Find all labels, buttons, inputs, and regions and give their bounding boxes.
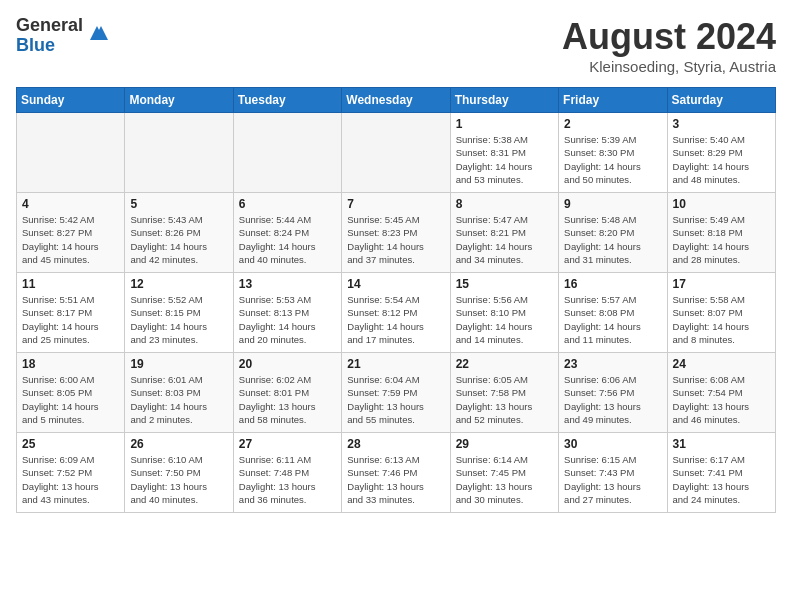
- day-info: Sunrise: 6:15 AM Sunset: 7:43 PM Dayligh…: [564, 453, 661, 506]
- day-info: Sunrise: 6:04 AM Sunset: 7:59 PM Dayligh…: [347, 373, 444, 426]
- day-number: 23: [564, 357, 661, 371]
- calendar-cell: 29Sunrise: 6:14 AM Sunset: 7:45 PM Dayli…: [450, 433, 558, 513]
- day-info: Sunrise: 6:01 AM Sunset: 8:03 PM Dayligh…: [130, 373, 227, 426]
- day-info: Sunrise: 5:57 AM Sunset: 8:08 PM Dayligh…: [564, 293, 661, 346]
- calendar-cell: [125, 113, 233, 193]
- day-info: Sunrise: 5:53 AM Sunset: 8:13 PM Dayligh…: [239, 293, 336, 346]
- calendar-cell: 2Sunrise: 5:39 AM Sunset: 8:30 PM Daylig…: [559, 113, 667, 193]
- day-info: Sunrise: 6:08 AM Sunset: 7:54 PM Dayligh…: [673, 373, 770, 426]
- day-number: 3: [673, 117, 770, 131]
- day-number: 1: [456, 117, 553, 131]
- calendar-week-5: 25Sunrise: 6:09 AM Sunset: 7:52 PM Dayli…: [17, 433, 776, 513]
- day-number: 17: [673, 277, 770, 291]
- day-number: 18: [22, 357, 119, 371]
- day-number: 12: [130, 277, 227, 291]
- day-number: 2: [564, 117, 661, 131]
- day-info: Sunrise: 5:38 AM Sunset: 8:31 PM Dayligh…: [456, 133, 553, 186]
- page-header: General Blue August 2024 Kleinsoeding, S…: [16, 16, 776, 75]
- day-info: Sunrise: 5:40 AM Sunset: 8:29 PM Dayligh…: [673, 133, 770, 186]
- calendar-cell: 26Sunrise: 6:10 AM Sunset: 7:50 PM Dayli…: [125, 433, 233, 513]
- day-info: Sunrise: 6:10 AM Sunset: 7:50 PM Dayligh…: [130, 453, 227, 506]
- day-number: 16: [564, 277, 661, 291]
- calendar-cell: 16Sunrise: 5:57 AM Sunset: 8:08 PM Dayli…: [559, 273, 667, 353]
- day-info: Sunrise: 6:13 AM Sunset: 7:46 PM Dayligh…: [347, 453, 444, 506]
- day-number: 13: [239, 277, 336, 291]
- day-info: Sunrise: 5:56 AM Sunset: 8:10 PM Dayligh…: [456, 293, 553, 346]
- calendar-cell: 24Sunrise: 6:08 AM Sunset: 7:54 PM Dayli…: [667, 353, 775, 433]
- calendar-cell: 28Sunrise: 6:13 AM Sunset: 7:46 PM Dayli…: [342, 433, 450, 513]
- day-number: 28: [347, 437, 444, 451]
- day-info: Sunrise: 6:17 AM Sunset: 7:41 PM Dayligh…: [673, 453, 770, 506]
- calendar-cell: 3Sunrise: 5:40 AM Sunset: 8:29 PM Daylig…: [667, 113, 775, 193]
- day-number: 22: [456, 357, 553, 371]
- calendar-cell: 25Sunrise: 6:09 AM Sunset: 7:52 PM Dayli…: [17, 433, 125, 513]
- day-header-tuesday: Tuesday: [233, 88, 341, 113]
- title-block: August 2024 Kleinsoeding, Styria, Austri…: [562, 16, 776, 75]
- day-header-monday: Monday: [125, 88, 233, 113]
- day-number: 24: [673, 357, 770, 371]
- day-number: 4: [22, 197, 119, 211]
- day-info: Sunrise: 5:52 AM Sunset: 8:15 PM Dayligh…: [130, 293, 227, 346]
- day-number: 9: [564, 197, 661, 211]
- day-number: 10: [673, 197, 770, 211]
- day-number: 6: [239, 197, 336, 211]
- day-number: 15: [456, 277, 553, 291]
- calendar-cell: 9Sunrise: 5:48 AM Sunset: 8:20 PM Daylig…: [559, 193, 667, 273]
- logo-icon: [86, 22, 108, 44]
- day-info: Sunrise: 6:00 AM Sunset: 8:05 PM Dayligh…: [22, 373, 119, 426]
- calendar-cell: 17Sunrise: 5:58 AM Sunset: 8:07 PM Dayli…: [667, 273, 775, 353]
- calendar-cell: 23Sunrise: 6:06 AM Sunset: 7:56 PM Dayli…: [559, 353, 667, 433]
- calendar-cell: 27Sunrise: 6:11 AM Sunset: 7:48 PM Dayli…: [233, 433, 341, 513]
- day-number: 26: [130, 437, 227, 451]
- day-header-saturday: Saturday: [667, 88, 775, 113]
- day-header-wednesday: Wednesday: [342, 88, 450, 113]
- day-info: Sunrise: 6:11 AM Sunset: 7:48 PM Dayligh…: [239, 453, 336, 506]
- calendar-cell: 15Sunrise: 5:56 AM Sunset: 8:10 PM Dayli…: [450, 273, 558, 353]
- day-info: Sunrise: 5:48 AM Sunset: 8:20 PM Dayligh…: [564, 213, 661, 266]
- day-info: Sunrise: 5:42 AM Sunset: 8:27 PM Dayligh…: [22, 213, 119, 266]
- day-header-thursday: Thursday: [450, 88, 558, 113]
- calendar-cell: 22Sunrise: 6:05 AM Sunset: 7:58 PM Dayli…: [450, 353, 558, 433]
- day-number: 25: [22, 437, 119, 451]
- calendar-cell: 11Sunrise: 5:51 AM Sunset: 8:17 PM Dayli…: [17, 273, 125, 353]
- day-number: 11: [22, 277, 119, 291]
- calendar-cell: 1Sunrise: 5:38 AM Sunset: 8:31 PM Daylig…: [450, 113, 558, 193]
- day-info: Sunrise: 5:43 AM Sunset: 8:26 PM Dayligh…: [130, 213, 227, 266]
- month-title: August 2024: [562, 16, 776, 58]
- day-info: Sunrise: 6:09 AM Sunset: 7:52 PM Dayligh…: [22, 453, 119, 506]
- day-number: 30: [564, 437, 661, 451]
- logo-text: General Blue: [16, 16, 83, 56]
- calendar-cell: 12Sunrise: 5:52 AM Sunset: 8:15 PM Dayli…: [125, 273, 233, 353]
- day-number: 7: [347, 197, 444, 211]
- calendar-cell: [342, 113, 450, 193]
- calendar-cell: 5Sunrise: 5:43 AM Sunset: 8:26 PM Daylig…: [125, 193, 233, 273]
- calendar-cell: 30Sunrise: 6:15 AM Sunset: 7:43 PM Dayli…: [559, 433, 667, 513]
- day-info: Sunrise: 5:39 AM Sunset: 8:30 PM Dayligh…: [564, 133, 661, 186]
- calendar-cell: 7Sunrise: 5:45 AM Sunset: 8:23 PM Daylig…: [342, 193, 450, 273]
- calendar-cell: 14Sunrise: 5:54 AM Sunset: 8:12 PM Dayli…: [342, 273, 450, 353]
- calendar-week-4: 18Sunrise: 6:00 AM Sunset: 8:05 PM Dayli…: [17, 353, 776, 433]
- day-number: 5: [130, 197, 227, 211]
- calendar-cell: [233, 113, 341, 193]
- day-number: 19: [130, 357, 227, 371]
- logo: General Blue: [16, 16, 108, 56]
- calendar-week-2: 4Sunrise: 5:42 AM Sunset: 8:27 PM Daylig…: [17, 193, 776, 273]
- calendar-cell: 4Sunrise: 5:42 AM Sunset: 8:27 PM Daylig…: [17, 193, 125, 273]
- day-info: Sunrise: 6:14 AM Sunset: 7:45 PM Dayligh…: [456, 453, 553, 506]
- calendar-cell: [17, 113, 125, 193]
- day-info: Sunrise: 5:49 AM Sunset: 8:18 PM Dayligh…: [673, 213, 770, 266]
- calendar-cell: 18Sunrise: 6:00 AM Sunset: 8:05 PM Dayli…: [17, 353, 125, 433]
- day-info: Sunrise: 5:51 AM Sunset: 8:17 PM Dayligh…: [22, 293, 119, 346]
- location: Kleinsoeding, Styria, Austria: [562, 58, 776, 75]
- day-number: 21: [347, 357, 444, 371]
- day-number: 8: [456, 197, 553, 211]
- day-info: Sunrise: 5:54 AM Sunset: 8:12 PM Dayligh…: [347, 293, 444, 346]
- calendar-cell: 8Sunrise: 5:47 AM Sunset: 8:21 PM Daylig…: [450, 193, 558, 273]
- day-info: Sunrise: 5:44 AM Sunset: 8:24 PM Dayligh…: [239, 213, 336, 266]
- calendar-cell: 6Sunrise: 5:44 AM Sunset: 8:24 PM Daylig…: [233, 193, 341, 273]
- day-info: Sunrise: 6:05 AM Sunset: 7:58 PM Dayligh…: [456, 373, 553, 426]
- day-info: Sunrise: 6:02 AM Sunset: 8:01 PM Dayligh…: [239, 373, 336, 426]
- day-header-friday: Friday: [559, 88, 667, 113]
- day-number: 27: [239, 437, 336, 451]
- calendar-cell: 20Sunrise: 6:02 AM Sunset: 8:01 PM Dayli…: [233, 353, 341, 433]
